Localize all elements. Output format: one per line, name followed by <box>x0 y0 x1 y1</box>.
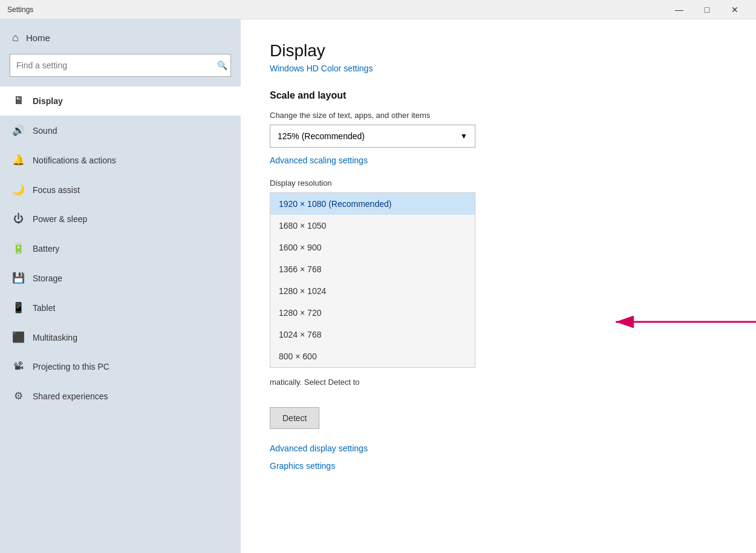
sidebar-item-focus-label: Focus assist <box>33 185 80 195</box>
sidebar-home-button[interactable]: ⌂ Home <box>0 19 241 54</box>
sidebar-item-focus[interactable]: 🌙 Focus assist <box>0 175 241 205</box>
sidebar-item-power[interactable]: ⏻ Power & sleep <box>0 205 241 234</box>
projecting-icon: 📽 <box>12 361 24 373</box>
maximize-button[interactable]: □ <box>693 0 721 19</box>
app-body: ⌂ Home 🔍 🖥 Display 🔊 Sound 🔔 Notificatio… <box>0 19 756 553</box>
sidebar-item-notifications[interactable]: 🔔 Notifications & actions <box>0 145 241 175</box>
focus-icon: 🌙 <box>12 183 24 196</box>
minimize-button[interactable]: — <box>665 0 693 19</box>
sidebar-item-shared-label: Shared experiences <box>33 391 108 401</box>
storage-icon: 💾 <box>12 272 24 284</box>
sidebar-item-shared[interactable]: ⚙ Shared experiences <box>0 381 241 411</box>
titlebar-controls: — □ ✕ <box>665 0 749 19</box>
home-icon: ⌂ <box>12 31 19 44</box>
scale-chevron-icon: ▼ <box>460 132 468 140</box>
resolution-option-1[interactable]: 1680 × 1050 <box>270 215 475 237</box>
advanced-display-link[interactable]: Advanced display settings <box>270 443 727 453</box>
sidebar-item-projecting-label: Projecting to this PC <box>33 362 109 371</box>
notifications-icon: 🔔 <box>12 154 24 166</box>
titlebar-title: Settings <box>7 5 33 14</box>
display-icon: 🖥 <box>12 95 24 107</box>
tablet-icon: 📱 <box>12 301 24 314</box>
power-icon: ⏻ <box>12 213 24 225</box>
scale-selected-value: 125% (Recommended) <box>278 131 365 141</box>
hd-color-link[interactable]: Windows HD Color settings <box>270 64 373 73</box>
sidebar-item-multitasking-label: Multitasking <box>33 333 77 342</box>
resolution-option-4[interactable]: 1280 × 1024 <box>270 280 475 302</box>
resolution-option-3[interactable]: 1366 × 768 <box>270 258 475 280</box>
search-icon-button[interactable]: 🔍 <box>217 61 227 70</box>
resolution-option-0[interactable]: 1920 × 1080 (Recommended) <box>270 193 475 215</box>
sound-icon: 🔊 <box>12 124 24 137</box>
sidebar-item-multitasking[interactable]: ⬛ Multitasking <box>0 322 241 352</box>
shared-icon: ⚙ <box>12 390 24 402</box>
search-box: 🔍 <box>10 54 231 77</box>
sidebar-item-battery[interactable]: 🔋 Battery <box>0 234 241 263</box>
sidebar-item-power-label: Power & sleep <box>33 214 87 224</box>
sidebar-item-storage-label: Storage <box>33 273 62 283</box>
arrow-indicator <box>598 310 756 346</box>
multitasking-icon: ⬛ <box>12 331 24 344</box>
resolution-option-7[interactable]: 800 × 600 <box>270 345 475 367</box>
sidebar-item-display[interactable]: 🖥 Display <box>0 87 241 116</box>
sidebar-item-sound[interactable]: 🔊 Sound <box>0 116 241 145</box>
scale-dropdown[interactable]: 125% (Recommended) ▼ <box>270 125 475 148</box>
close-button[interactable]: ✕ <box>721 0 749 19</box>
resolution-option-2[interactable]: 1600 × 900 <box>270 237 475 258</box>
bottom-section: matically. Select Detect to Detect <box>270 378 727 429</box>
sidebar-item-notifications-label: Notifications & actions <box>33 155 116 165</box>
scale-sub-label: Change the size of text, apps, and other… <box>270 111 727 120</box>
resolution-label: Display resolution <box>270 178 727 188</box>
sidebar-item-storage[interactable]: 💾 Storage <box>0 263 241 293</box>
search-input[interactable] <box>10 54 231 77</box>
scale-section-title: Scale and layout <box>270 90 727 101</box>
advanced-scaling-link[interactable]: Advanced scaling settings <box>270 155 368 165</box>
page-title: Display <box>270 41 727 61</box>
detect-button[interactable]: Detect <box>270 407 319 429</box>
graphics-link[interactable]: Graphics settings <box>270 461 335 471</box>
sidebar-item-battery-label: Battery <box>33 244 59 254</box>
sidebar-item-projecting[interactable]: 📽 Projecting to this PC <box>0 352 241 381</box>
sidebar-item-display-label: Display <box>33 96 63 106</box>
bottom-partial-text: matically. Select Detect to <box>270 378 633 387</box>
home-label: Home <box>26 33 50 43</box>
sidebar-nav: 🖥 Display 🔊 Sound 🔔 Notifications & acti… <box>0 87 241 553</box>
resolution-option-5[interactable]: 1280 × 720 <box>270 302 475 324</box>
sidebar-item-tablet-label: Tablet <box>33 303 55 313</box>
resolution-option-6[interactable]: 1024 × 768 <box>270 324 475 345</box>
titlebar: Settings — □ ✕ <box>0 0 756 19</box>
sidebar-item-sound-label: Sound <box>33 126 57 136</box>
sidebar-item-tablet[interactable]: 📱 Tablet <box>0 293 241 322</box>
battery-icon: 🔋 <box>12 242 24 255</box>
main-content: Display Windows HD Color settings Scale … <box>241 19 756 553</box>
resolution-dropdown-list: 1920 × 1080 (Recommended) 1680 × 1050 16… <box>270 192 475 368</box>
sidebar: ⌂ Home 🔍 🖥 Display 🔊 Sound 🔔 Notificatio… <box>0 19 241 553</box>
